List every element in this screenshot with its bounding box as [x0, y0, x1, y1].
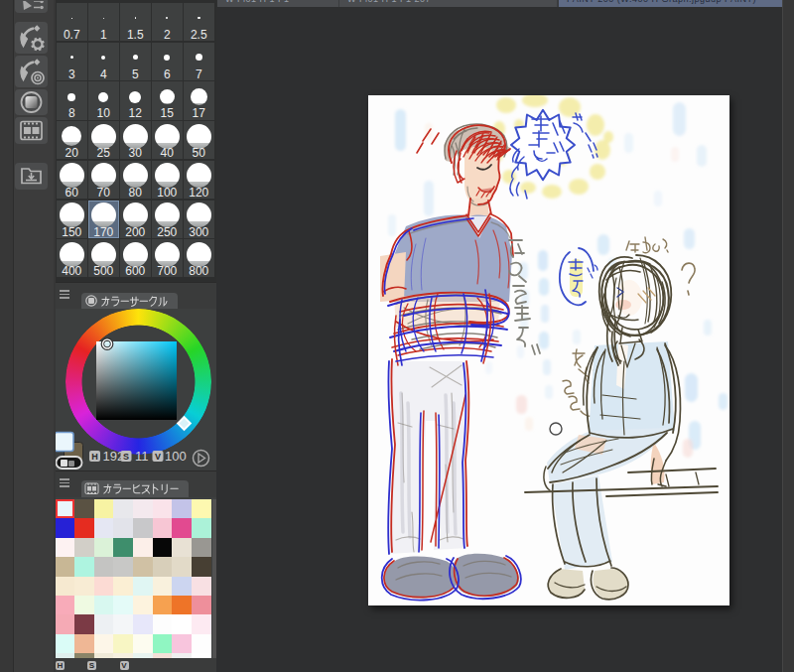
svg-text:11: 11 [135, 449, 149, 464]
svg-text:S: S [123, 452, 129, 462]
svg-text:100: 100 [165, 449, 187, 464]
svg-text:V: V [155, 452, 161, 462]
svg-text:H: H [91, 452, 98, 462]
